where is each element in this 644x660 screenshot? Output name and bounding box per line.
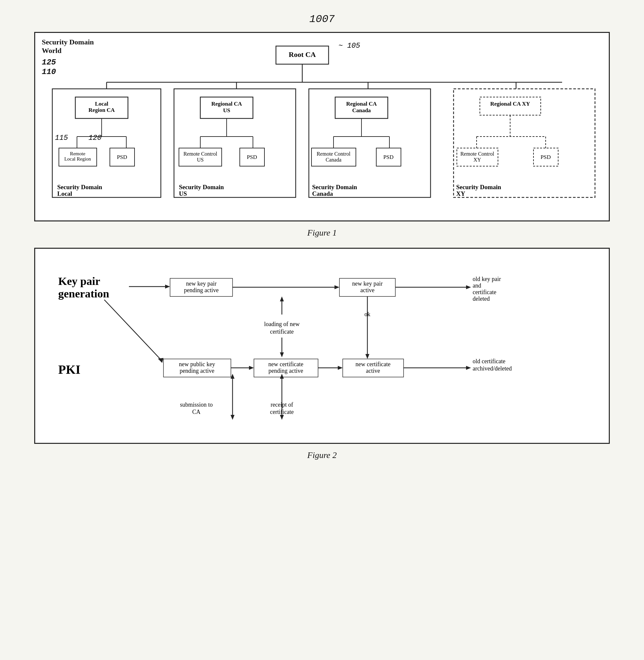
svg-marker-99 <box>158 358 163 363</box>
svg-text:old key pair: old key pair <box>473 276 501 282</box>
figure2-diagram: Key pair generation new key pair pending… <box>48 258 598 430</box>
svg-text:active: active <box>361 287 375 294</box>
svg-marker-96 <box>365 354 369 359</box>
svg-text:Root CA: Root CA <box>289 50 316 59</box>
svg-text:Local: Local <box>95 101 109 107</box>
svg-text:Security Domain: Security Domain <box>57 184 102 190</box>
svg-text:US: US <box>223 107 230 114</box>
svg-text:Local: Local <box>57 190 72 197</box>
svg-text:US: US <box>179 190 187 197</box>
svg-marker-109 <box>338 366 343 370</box>
svg-text:new certificate: new certificate <box>355 361 390 367</box>
svg-text:loading of new: loading of new <box>264 321 300 327</box>
svg-text:Region CA: Region CA <box>89 107 115 113</box>
svg-text:PKI: PKI <box>58 363 80 377</box>
svg-text:old certificate: old certificate <box>473 358 505 365</box>
svg-marker-91 <box>280 296 284 301</box>
svg-marker-93 <box>280 352 284 357</box>
svg-text:receipt of: receipt of <box>271 402 293 408</box>
svg-text:PSD: PSD <box>117 154 127 160</box>
figure2-caption: Figure 2 <box>20 450 624 460</box>
svg-text:new key pair: new key pair <box>186 280 217 287</box>
svg-text:Regional CA XY: Regional CA XY <box>490 101 530 107</box>
svg-text:new certificate: new certificate <box>268 361 303 367</box>
svg-marker-118 <box>231 374 234 379</box>
svg-marker-73 <box>165 285 170 289</box>
svg-text:115: 115 <box>55 134 68 142</box>
page-number: 1007 <box>20 13 624 25</box>
svg-text:CA: CA <box>192 409 200 415</box>
fig1-header-label: Security DomainWorld 125 110 <box>42 38 94 77</box>
svg-text:US: US <box>197 157 204 162</box>
figure2-container: Key pair generation new key pair pending… <box>34 248 610 444</box>
svg-marker-83 <box>466 285 471 289</box>
svg-marker-114 <box>466 366 471 370</box>
svg-text:Remote Control: Remote Control <box>184 151 217 157</box>
svg-text:Security Domain: Security Domain <box>456 184 501 190</box>
svg-text:submission to: submission to <box>180 402 213 408</box>
svg-line-98 <box>104 300 160 359</box>
svg-text:certificate: certificate <box>270 409 294 415</box>
svg-text:Canada: Canada <box>312 190 333 197</box>
svg-text:XY: XY <box>456 190 465 197</box>
svg-text:PSD: PSD <box>383 154 393 160</box>
svg-marker-104 <box>249 366 254 370</box>
svg-text:Remote Control: Remote Control <box>460 151 495 157</box>
svg-text:and: and <box>473 282 481 289</box>
svg-text:Local Region: Local Region <box>64 156 91 162</box>
svg-text:~ 105: ~ 105 <box>339 43 360 50</box>
svg-text:PSD: PSD <box>247 154 257 160</box>
ref-125: 125 <box>42 58 56 67</box>
svg-marker-126 <box>280 415 284 420</box>
svg-text:new key pair: new key pair <box>352 280 383 287</box>
figure1-diagram: Root CA ~ 105 Local Region CA 115 120 <box>42 43 602 214</box>
svg-text:deleted: deleted <box>473 295 490 302</box>
svg-text:120: 120 <box>89 134 101 142</box>
svg-text:Remote Control: Remote Control <box>317 151 351 157</box>
svg-marker-120 <box>231 415 234 420</box>
svg-text:pending active: pending active <box>184 287 218 294</box>
svg-text:Remote: Remote <box>70 151 86 156</box>
svg-text:Security Domain: Security Domain <box>312 184 357 190</box>
svg-text:archived/deleted: archived/deleted <box>473 365 512 372</box>
svg-text:generation: generation <box>58 288 109 300</box>
svg-text:pending active: pending active <box>180 367 214 374</box>
svg-text:certificate: certificate <box>473 289 496 295</box>
ref-110: 110 <box>42 67 56 76</box>
svg-text:certificate: certificate <box>270 328 294 335</box>
svg-text:new public key: new public key <box>179 361 215 367</box>
svg-text:Regional CA: Regional CA <box>346 101 377 107</box>
svg-text:Canada: Canada <box>352 107 371 114</box>
svg-text:Key pair: Key pair <box>58 275 100 287</box>
svg-marker-78 <box>335 285 340 289</box>
svg-text:Regional CA: Regional CA <box>211 101 242 107</box>
svg-text:active: active <box>366 367 380 374</box>
svg-text:Security Domain: Security Domain <box>179 184 224 190</box>
figure1-caption: Figure 1 <box>20 228 624 238</box>
figure1-container: Security DomainWorld 125 110 Root CA ~ 1… <box>34 32 610 222</box>
svg-text:Canada: Canada <box>326 157 341 162</box>
svg-text:PSD: PSD <box>540 154 551 160</box>
svg-text:pending active: pending active <box>268 367 303 374</box>
svg-text:XY: XY <box>473 157 481 162</box>
